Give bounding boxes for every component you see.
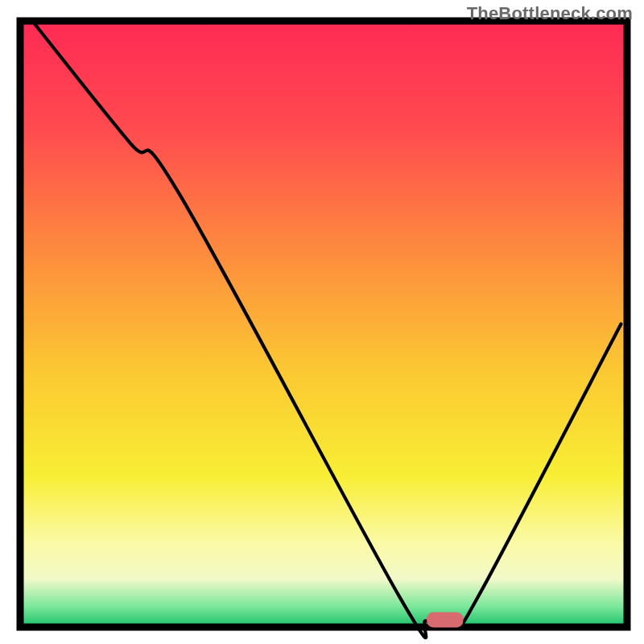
watermark-text: TheBottleneck.com: [467, 3, 633, 24]
plot-background: [20, 21, 627, 627]
optimal-marker: [427, 613, 463, 628]
bottleneck-chart: [0, 0, 644, 644]
chart-container: TheBottleneck.com: [0, 0, 644, 644]
